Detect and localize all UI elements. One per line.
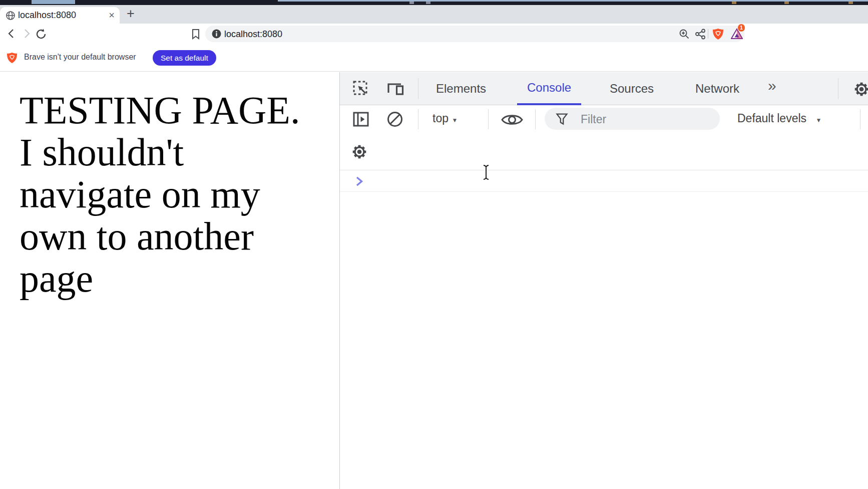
background-glyph	[784, 2, 789, 4]
background-glyph	[732, 2, 736, 4]
tab-console[interactable]: Console	[517, 72, 581, 105]
tab-title: localhost:8080	[18, 10, 76, 21]
chevron-down-icon: ▼	[815, 117, 821, 124]
log-levels-selector[interactable]: Default levels ▼	[737, 112, 821, 125]
live-expression-eye-icon[interactable]	[500, 112, 524, 127]
background-window-edge	[278, 0, 868, 2]
brave-logo-icon	[7, 52, 18, 64]
tab-network[interactable]: Network	[685, 72, 749, 105]
tab-elements[interactable]: Elements	[426, 72, 496, 105]
devtools-separator	[418, 78, 418, 99]
background-window-highlight	[32, 0, 75, 4]
background-glyph	[848, 2, 853, 4]
background-glyph	[426, 2, 430, 4]
browser-tab[interactable]: localhost:8080 ×	[0, 7, 120, 24]
inspect-element-icon[interactable]	[352, 80, 370, 98]
console-toolbar-separator	[860, 109, 860, 129]
context-selector-label: top	[432, 112, 449, 125]
console-prompt[interactable]	[340, 170, 868, 192]
log-levels-label: Default levels	[737, 112, 806, 125]
tab-strip: localhost:8080 × +	[0, 5, 868, 24]
new-tab-button[interactable]: +	[123, 7, 138, 22]
forward-icon[interactable]	[21, 28, 32, 39]
reload-icon[interactable]	[35, 28, 47, 40]
devtools-panel: Elements Console Sources Network »	[339, 72, 868, 489]
browser-window: localhost:8080 × + localhost:8080	[0, 0, 868, 489]
window-content: TESTING PAGE. I shouldn't navigate on my…	[0, 72, 868, 489]
filter-funnel-icon	[555, 112, 569, 126]
brave-shields-icon[interactable]	[712, 28, 724, 40]
clear-console-icon[interactable]	[386, 110, 404, 128]
console-toolbar-separator	[535, 109, 536, 129]
device-toolbar-icon[interactable]	[386, 80, 405, 98]
back-icon[interactable]	[6, 28, 17, 39]
address-bar[interactable]: localhost:8080	[205, 26, 744, 42]
chevron-down-icon: ▼	[452, 117, 458, 124]
filter-input[interactable]	[580, 108, 712, 131]
set-as-default-button[interactable]: Set as default	[153, 50, 216, 66]
tab-close-icon[interactable]: ×	[106, 10, 118, 22]
bookmark-icon[interactable]	[191, 29, 201, 40]
rewards-notification-badge: 1	[737, 24, 745, 32]
text-cursor-ibeam	[482, 164, 490, 180]
site-info-icon[interactable]	[212, 29, 221, 39]
globe-favicon-icon	[6, 11, 16, 21]
browser-toolbar: localhost:8080	[0, 24, 868, 44]
default-browser-infobar: Brave isn't your default browser Set as …	[0, 44, 868, 72]
infobar-message: Brave isn't your default browser	[24, 53, 136, 62]
background-glyph	[409, 2, 414, 4]
context-selector[interactable]: top ▼	[432, 112, 458, 125]
console-toolbar-separator	[488, 109, 489, 129]
console-toolbar-overflow-row	[340, 133, 868, 170]
page-viewport: TESTING PAGE. I shouldn't navigate on my…	[0, 72, 339, 489]
url-text: localhost:8080	[224, 29, 282, 40]
more-tabs-icon[interactable]: »	[768, 77, 776, 94]
page-heading: TESTING PAGE. I shouldn't navigate on my…	[0, 72, 315, 300]
console-settings-gear-icon[interactable]	[350, 142, 369, 161]
console-filter-box[interactable]	[545, 108, 720, 130]
devtools-separator	[838, 78, 838, 99]
background-window-sliver	[0, 0, 868, 5]
tab-sources[interactable]: Sources	[600, 72, 664, 105]
zoom-icon[interactable]	[679, 29, 690, 40]
devtools-settings-gear-icon[interactable]	[852, 80, 868, 99]
console-prompt-chevron-icon	[355, 176, 363, 187]
console-toolbar: top ▼ Default levels ▼	[340, 105, 868, 133]
omnibox-separator	[708, 29, 708, 39]
console-sidebar-icon[interactable]	[352, 111, 370, 128]
share-icon[interactable]	[695, 29, 706, 40]
devtools-tab-bar: Elements Console Sources Network »	[340, 72, 868, 105]
console-toolbar-separator	[418, 109, 418, 129]
